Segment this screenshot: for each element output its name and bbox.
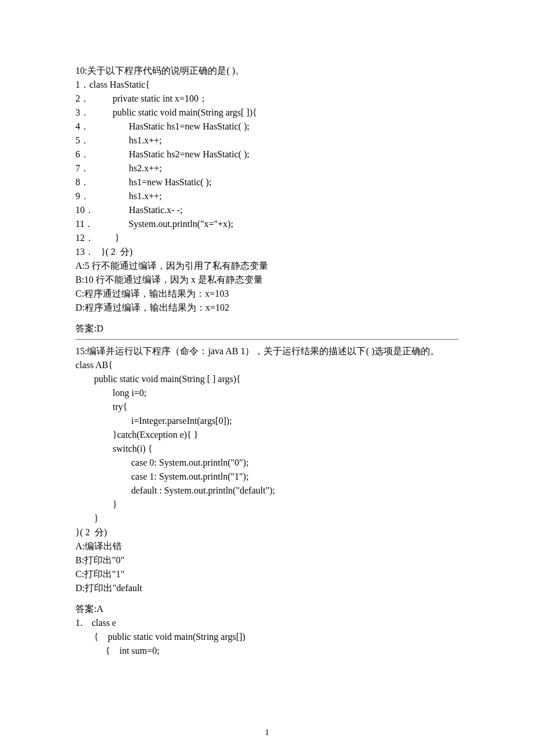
q10-code-line: 13． }( 2 分) xyxy=(75,245,459,259)
q15-option-b: B:打印出"0" xyxy=(75,553,459,567)
q10-code-line: 3． public static void main(String args[ … xyxy=(75,106,459,120)
divider xyxy=(75,339,459,340)
q10-option-c: C:程序通过编译，输出结果为：x=103 xyxy=(75,287,459,301)
q15-code-line: }catch(Exception e){ } xyxy=(75,428,459,442)
q15-code-line: case 1: System.out.println("1"); xyxy=(75,470,459,484)
q10-code-line: 2． private static int x=100； xyxy=(75,92,459,106)
q10-code-line: 11． System.out.println("x="+x); xyxy=(75,217,459,231)
q15-code-line: class AB{ xyxy=(75,358,459,372)
trailing-code: 1. class e { public static void main(Str… xyxy=(75,616,459,658)
q15-code-line: long i=0; xyxy=(75,386,459,400)
page: 10:关于以下程序代码的说明正确的是( )。 1．class HasStatic… xyxy=(0,0,534,756)
q15-code-line: } xyxy=(75,498,459,512)
tail-code-line: { public static void main(String args[]) xyxy=(75,630,459,644)
q10-stem: 10:关于以下程序代码的说明正确的是( )。 xyxy=(75,64,459,78)
q15-code-line: default : System.out.println("default"); xyxy=(75,484,459,498)
q10-code-line: 12． } xyxy=(75,231,459,245)
q15: 15:编译并运行以下程序（命令：java AB 1），关于运行结果的描述以下( … xyxy=(75,344,459,616)
q10-code-line: 4． HasStatic hs1=new HasStatic( ); xyxy=(75,120,459,134)
q15-code-line: public static void main(String [ ] args)… xyxy=(75,372,459,386)
q15-code-line: } xyxy=(75,512,459,525)
q15-code-line: }( 2 分) xyxy=(75,525,459,539)
q15-stem: 15:编译并运行以下程序（命令：java AB 1），关于运行结果的描述以下( … xyxy=(75,344,459,358)
tail-code-line: { int sum=0; xyxy=(75,644,459,658)
q10-code-line: 9． hs1.x++; xyxy=(75,189,459,203)
q15-option-d: D:打印出"default xyxy=(75,581,459,595)
q10-answer: 答案:D xyxy=(75,322,459,336)
q10-code-line: 5． hs1.x++; xyxy=(75,134,459,147)
q10-option-d: D:程序通过编译，输出结果为：x=102 xyxy=(75,301,459,315)
q10: 10:关于以下程序代码的说明正确的是( )。 1．class HasStatic… xyxy=(75,64,459,336)
q10-code-line: 1．class HasStatic{ xyxy=(75,78,459,92)
q15-code-line: switch(i) { xyxy=(75,442,459,456)
q10-code-line: 10． HasStatic.x- -; xyxy=(75,203,459,217)
q15-code-line: i=Integer.parseInt(args[0]); xyxy=(75,414,459,428)
q10-code-line: 6． HasStatic hs2=new HasStatic( ); xyxy=(75,147,459,161)
tail-code-line: 1. class e xyxy=(75,616,459,630)
q15-code-line: try{ xyxy=(75,400,459,414)
q15-option-a: A:编译出错 xyxy=(75,539,459,553)
q15-option-c: C:打印出"1" xyxy=(75,567,459,581)
q10-code-line: 8． hs1=new HasStatic( ); xyxy=(75,175,459,189)
q10-option-b: B:10 行不能通过编译，因为 x 是私有静态变量 xyxy=(75,273,459,287)
page-number: 1 xyxy=(0,726,534,739)
q15-answer: 答案:A xyxy=(75,602,459,616)
q10-code-line: 7． hs2.x++; xyxy=(75,161,459,175)
q10-option-a: A:5 行不能通过编译，因为引用了私有静态变量 xyxy=(75,259,459,273)
q15-code-line: case 0: System.out.println("0"); xyxy=(75,456,459,470)
